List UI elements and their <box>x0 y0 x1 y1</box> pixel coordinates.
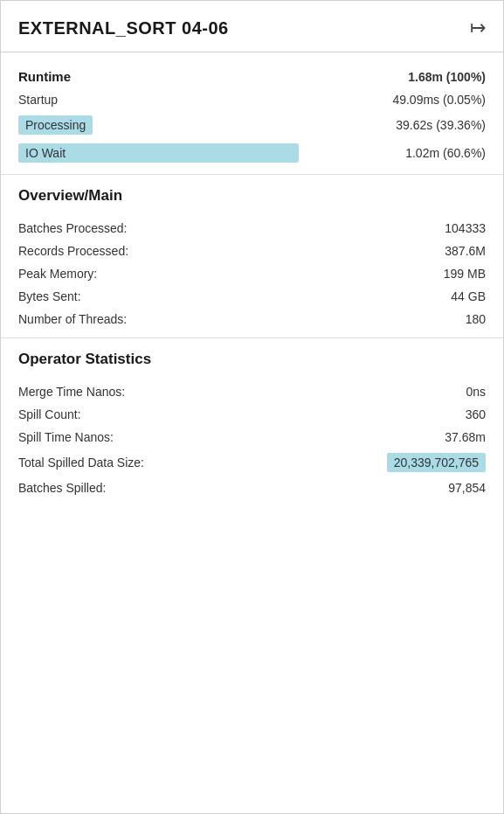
stat-row-processing: Processing 39.62s (39.36%) <box>18 111 486 139</box>
threads-value: 180 <box>466 312 486 326</box>
peak-memory-value: 199 MB <box>444 267 486 281</box>
stat-row-spill-time: Spill Time Nanos: 37.68m <box>18 426 486 449</box>
stat-row-batches-processed: Batches Processed: 104333 <box>18 217 486 240</box>
bytes-sent-label: Bytes Sent: <box>18 289 81 303</box>
stat-row-bytes-sent: Bytes Sent: 44 GB <box>18 285 486 308</box>
bytes-sent-value: 44 GB <box>451 289 486 303</box>
overview-title: Overview/Main <box>18 187 486 205</box>
startup-label: Startup <box>18 93 58 107</box>
batches-processed-value: 104333 <box>445 221 486 235</box>
processing-value: 39.62s (39.36%) <box>396 118 486 132</box>
merge-time-label: Merge Time Nanos: <box>18 385 125 399</box>
stat-row-spill-count: Spill Count: 360 <box>18 403 486 426</box>
stat-row-runtime: Runtime 1.68m (100%) <box>18 65 486 88</box>
spill-time-value: 37.68m <box>445 430 486 444</box>
card-header: EXTERNAL_SORT 04-06 ↦ <box>1 1 503 52</box>
runtime-value: 1.68m (100%) <box>408 70 486 84</box>
peak-memory-label: Peak Memory: <box>18 267 97 281</box>
total-spilled-value: 20,339,702,765 <box>387 453 486 472</box>
records-processed-label: Records Processed: <box>18 244 128 258</box>
spill-count-label: Spill Count: <box>18 407 81 421</box>
threads-label: Number of Threads: <box>18 312 127 326</box>
stat-row-iowait: IO Wait 1.02m (60.6%) <box>18 139 486 167</box>
stat-row-peak-memory: Peak Memory: 199 MB <box>18 262 486 285</box>
stat-row-merge-time: Merge Time Nanos: 0ns <box>18 380 486 403</box>
batches-spilled-value: 97,854 <box>448 481 486 495</box>
operator-section: Operator Statistics Merge Time Nanos: 0n… <box>1 338 503 517</box>
export-icon[interactable]: ↦ <box>470 17 486 39</box>
runtime-label: Runtime <box>18 69 71 84</box>
stat-row-threads: Number of Threads: 180 <box>18 308 486 330</box>
spill-count-value: 360 <box>466 407 486 421</box>
operator-title: Operator Statistics <box>18 351 486 368</box>
runtime-section: Runtime 1.68m (100%) Startup 49.09ms (0.… <box>1 52 503 175</box>
overview-section: Overview/Main Batches Processed: 104333 … <box>1 175 503 338</box>
startup-value: 49.09ms (0.05%) <box>392 93 486 107</box>
main-card: EXTERNAL_SORT 04-06 ↦ Runtime 1.68m (100… <box>0 0 504 814</box>
stat-row-batches-spilled: Batches Spilled: 97,854 <box>18 477 486 499</box>
iowait-value: 1.02m (60.6%) <box>405 146 486 160</box>
stat-row-startup: Startup 49.09ms (0.05%) <box>18 88 486 111</box>
batches-spilled-label: Batches Spilled: <box>18 481 106 495</box>
records-processed-value: 387.6M <box>445 244 486 258</box>
total-spilled-label: Total Spilled Data Size: <box>18 456 144 470</box>
stat-row-total-spilled: Total Spilled Data Size: 20,339,702,765 <box>18 449 486 477</box>
card-title: EXTERNAL_SORT 04-06 <box>18 18 229 38</box>
stat-row-records-processed: Records Processed: 387.6M <box>18 240 486 262</box>
merge-time-value: 0ns <box>466 385 486 399</box>
batches-processed-label: Batches Processed: <box>18 221 128 235</box>
iowait-label: IO Wait <box>18 143 299 163</box>
processing-label: Processing <box>18 115 93 135</box>
spill-time-label: Spill Time Nanos: <box>18 430 114 444</box>
